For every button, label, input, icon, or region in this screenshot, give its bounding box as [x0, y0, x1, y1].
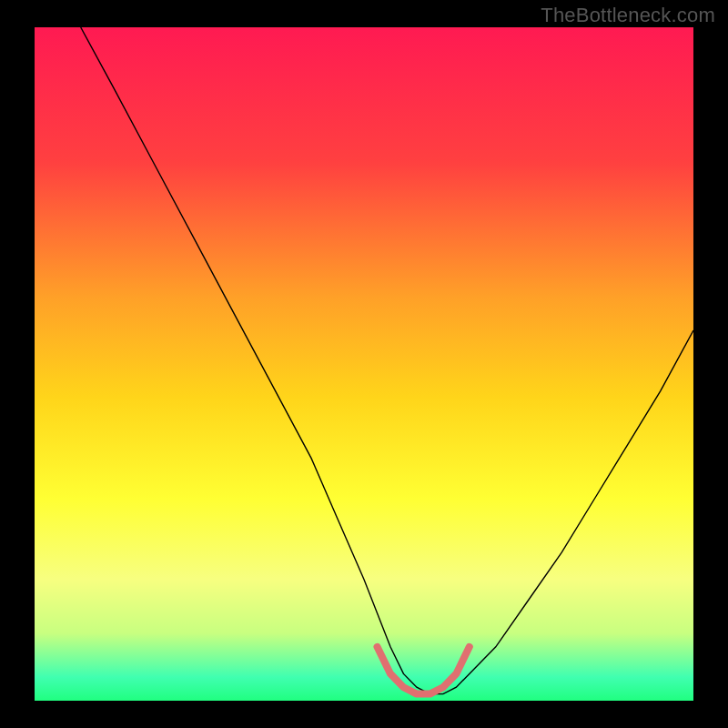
- plot-area: [35, 27, 693, 701]
- chart-frame: TheBottleneck.com: [0, 0, 728, 728]
- watermark-text: TheBottleneck.com: [541, 4, 715, 27]
- chart-svg: [35, 27, 693, 701]
- chart-background: [35, 27, 693, 701]
